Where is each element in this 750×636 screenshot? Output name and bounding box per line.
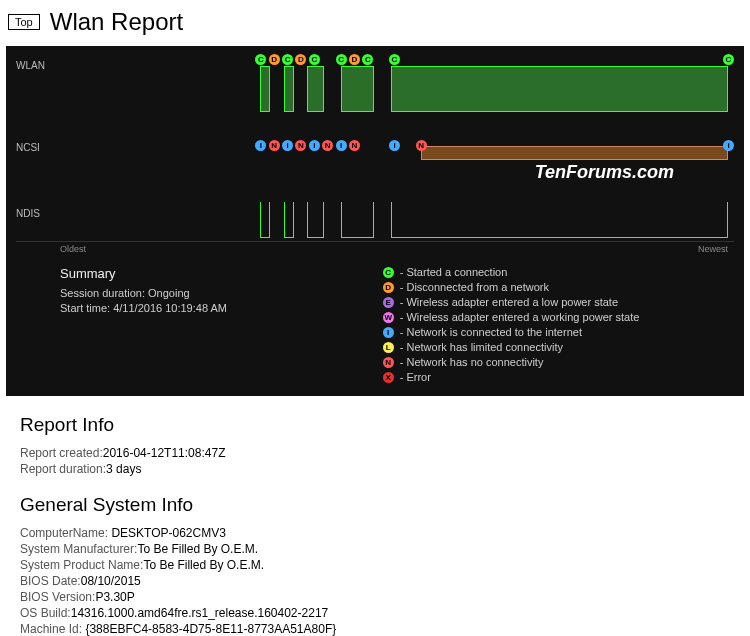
chart-area: WLAN NCSI NDIS CDCDCCDCCC INININININI Te… xyxy=(16,52,734,242)
legend-dot-icon: D xyxy=(383,282,394,293)
event-dot-icon[interactable]: I xyxy=(389,140,400,151)
timeline-bar xyxy=(284,66,294,112)
timeline-bar xyxy=(307,202,324,238)
watermark: TenForums.com xyxy=(535,162,674,183)
event-dot-icon[interactable]: C xyxy=(255,54,266,65)
start-value: 4/11/2016 10:19:48 AM xyxy=(113,302,227,314)
info-value: To Be Filled By O.E.M. xyxy=(137,542,258,556)
event-dot-icon[interactable]: D xyxy=(295,54,306,65)
info-key: System Manufacturer: xyxy=(20,542,137,556)
event-dot-icon[interactable]: I xyxy=(723,140,734,151)
lane-ndis xyxy=(60,202,728,238)
legend-item: N- Network has no connectivity xyxy=(383,356,734,368)
summary-panel: Summary Session duration: Ongoing Start … xyxy=(60,266,353,386)
info-row: ComputerName: DESKTOP-062CMV3 xyxy=(20,526,730,540)
legend-item: I- Network is connected to the internet xyxy=(383,326,734,338)
legend-text: - Started a connection xyxy=(400,266,508,278)
info-value: 2016-04-12T11:08:47Z xyxy=(103,446,226,460)
info-value: 14316.1000.amd64fre.rs1_release.160402-2… xyxy=(71,606,329,620)
event-dot-icon[interactable]: N xyxy=(322,140,333,151)
lane-label-ncsi: NCSI xyxy=(16,142,40,153)
start-label: Start time: xyxy=(60,302,113,314)
info-key: OS Build: xyxy=(20,606,71,620)
event-dot-icon[interactable]: C xyxy=(389,54,400,65)
info-value: 3 days xyxy=(106,462,141,476)
legend-text: - Error xyxy=(400,371,431,383)
info-key: Report created: xyxy=(20,446,103,460)
legend-item: D- Disconnected from a network xyxy=(383,281,734,293)
legend-dot-icon: E xyxy=(383,297,394,308)
timeline-chart: WLAN NCSI NDIS CDCDCCDCCC INININININI Te… xyxy=(6,46,744,396)
legend-item: X- Error xyxy=(383,371,734,383)
info-row: Machine Id: {388EBFC4-8583-4D75-8E11-877… xyxy=(20,622,730,636)
legend-text: - Wireless adapter entered a low power s… xyxy=(400,296,618,308)
time-axis: Oldest Newest xyxy=(16,242,734,262)
page-title: Wlan Report xyxy=(50,8,183,36)
legend-text: - Wireless adapter entered a working pow… xyxy=(400,311,640,323)
event-dot-icon[interactable]: N xyxy=(295,140,306,151)
legend-item: E- Wireless adapter entered a low power … xyxy=(383,296,734,308)
legend-text: - Network is connected to the internet xyxy=(400,326,582,338)
info-value: 08/10/2015 xyxy=(81,574,141,588)
legend-item: C- Started a connection xyxy=(383,266,734,278)
info-row: System Product Name:To Be Filled By O.E.… xyxy=(20,558,730,572)
info-row: OS Build:14316.1000.amd64fre.rs1_release… xyxy=(20,606,730,620)
legend-dot-icon: X xyxy=(383,372,394,383)
info-value: P3.30P xyxy=(95,590,134,604)
lane-wlan: CDCDCCDCCC xyxy=(60,56,728,112)
event-dot-icon[interactable]: C xyxy=(362,54,373,65)
system-info-heading: General System Info xyxy=(20,494,730,516)
timeline-bar xyxy=(260,202,270,238)
timeline-bar xyxy=(284,202,294,238)
info-row: System Manufacturer:To Be Filled By O.E.… xyxy=(20,542,730,556)
info-key: ComputerName: xyxy=(20,526,111,540)
info-row: BIOS Version:P3.30P xyxy=(20,590,730,604)
timeline-bar xyxy=(421,146,728,160)
event-dot-icon[interactable]: N xyxy=(416,140,427,151)
event-dot-icon[interactable]: D xyxy=(349,54,360,65)
event-dot-icon[interactable]: C xyxy=(723,54,734,65)
info-row: Report duration:3 days xyxy=(20,462,730,476)
event-dot-icon[interactable]: I xyxy=(336,140,347,151)
legend-item: W- Wireless adapter entered a working po… xyxy=(383,311,734,323)
event-dot-icon[interactable]: D xyxy=(269,54,280,65)
info-key: BIOS Version: xyxy=(20,590,95,604)
report-info-section: Report Info Report created:2016-04-12T11… xyxy=(0,402,750,482)
legend-text: - Network has no connectivity xyxy=(400,356,544,368)
info-value: {388EBFC4-8583-4D75-8E11-8773AA51A80F} xyxy=(85,622,336,636)
event-dot-icon[interactable]: I xyxy=(255,140,266,151)
legend: C- Started a connectionD- Disconnected f… xyxy=(383,266,734,386)
event-dot-icon[interactable]: N xyxy=(349,140,360,151)
timeline-bar xyxy=(307,66,324,112)
session-value: Ongoing xyxy=(148,287,190,299)
event-dot-icon[interactable]: C xyxy=(336,54,347,65)
info-key: System Product Name: xyxy=(20,558,143,572)
system-info-section: General System Info ComputerName: DESKTO… xyxy=(0,482,750,636)
info-key: BIOS Date: xyxy=(20,574,81,588)
session-label: Session duration: xyxy=(60,287,148,299)
top-button[interactable]: Top xyxy=(8,14,40,30)
event-dot-icon[interactable]: C xyxy=(309,54,320,65)
info-row: Report created:2016-04-12T11:08:47Z xyxy=(20,446,730,460)
info-value: To Be Filled By O.E.M. xyxy=(143,558,264,572)
legend-dot-icon: W xyxy=(383,312,394,323)
report-info-heading: Report Info xyxy=(20,414,730,436)
axis-newest: Newest xyxy=(698,244,728,254)
event-dot-icon[interactable]: N xyxy=(269,140,280,151)
lane-label-ndis: NDIS xyxy=(16,208,40,219)
legend-dot-icon: I xyxy=(383,327,394,338)
info-key: Machine Id: xyxy=(20,622,85,636)
event-dot-icon[interactable]: I xyxy=(282,140,293,151)
lane-label-wlan: WLAN xyxy=(16,60,45,71)
timeline-bar xyxy=(341,202,374,238)
legend-dot-icon: L xyxy=(383,342,394,353)
legend-text: - Network has limited connectivity xyxy=(400,341,563,353)
timeline-bar xyxy=(260,66,270,112)
legend-item: L- Network has limited connectivity xyxy=(383,341,734,353)
legend-text: - Disconnected from a network xyxy=(400,281,549,293)
info-row: BIOS Date:08/10/2015 xyxy=(20,574,730,588)
summary-heading: Summary xyxy=(60,266,353,281)
event-dot-icon[interactable]: C xyxy=(282,54,293,65)
info-value: DESKTOP-062CMV3 xyxy=(111,526,226,540)
event-dot-icon[interactable]: I xyxy=(309,140,320,151)
